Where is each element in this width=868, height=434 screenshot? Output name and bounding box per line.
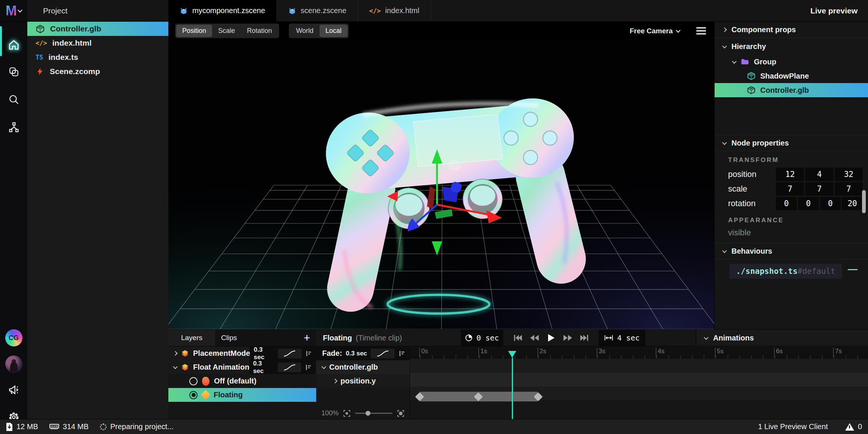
position-z-input[interactable]: 32 [835,168,863,181]
component-bolt-icon [36,67,45,76]
ease-curve-button[interactable] [278,363,301,372]
zoom-slider-thumb[interactable] [366,411,370,416]
space-mode-group: World Local [289,24,349,38]
position-property-row: position 12 4 32 [715,168,868,181]
user-avatar[interactable] [5,355,22,373]
project-status-message: Preparing project... [100,422,174,431]
scale-y-input[interactable]: 7 [805,182,833,196]
zoom-fit-icon[interactable] [343,410,351,417]
live-preview-button[interactable]: Live preview [800,0,868,21]
current-time-display[interactable]: 0 sec [461,330,503,346]
clip-radio-off[interactable] [189,377,198,385]
rotation-x-input[interactable]: 0 [776,197,797,210]
chevron-down-icon [676,28,681,33]
add-clip-button[interactable]: + [303,332,310,343]
node-properties-header[interactable]: Node properties [715,135,868,151]
rotation-z-input[interactable]: 0 [820,197,841,210]
camera-select-dropdown[interactable]: Free Camera [630,27,680,35]
clip-duration-display[interactable]: 4 sec [599,330,645,346]
appearance-section-label: APPEARANCE [715,211,868,228]
tree-row-shadowplane[interactable]: ShadowPlane [715,69,868,83]
play-button[interactable] [547,334,555,342]
playhead-line[interactable] [512,358,513,419]
off-clip-icon [202,377,210,386]
workspace-avatar[interactable]: CG [5,329,22,346]
timeline-tracks[interactable]: 0s 1s 2s 3s 4s 5s 6s 7s [410,346,868,419]
node-graph-button[interactable] [6,119,22,135]
remove-behaviour-button[interactable]: — [848,263,858,275]
fast-forward-button[interactable] [563,334,572,342]
home-button[interactable] [6,37,22,53]
folder-icon [740,57,749,66]
skip-start-button[interactable] [514,334,522,342]
clip-radio-floating[interactable] [189,391,198,399]
typescript-file-icon: TS [36,54,43,61]
rotation-y-input[interactable]: 0 [798,197,819,210]
scene-canvas[interactable] [168,40,714,329]
scale-z-input[interactable]: 7 [835,182,863,196]
ease-curve-button[interactable] [278,349,301,358]
file-row-controller-glb[interactable]: Controller.glb [27,22,168,36]
chevron-right-icon [173,351,178,356]
inspector-scrollbar[interactable] [862,190,866,213]
align-keys-button[interactable] [398,350,406,357]
tree-row-group[interactable]: Group [715,55,868,69]
file-row-scene-zcomp[interactable]: Scene.zcomp [27,64,168,79]
timeline-zoom-slider[interactable] [355,413,392,414]
rotation-mode-button[interactable]: Rotation [241,25,278,37]
playhead-handle[interactable] [508,351,516,358]
position-mode-button[interactable]: Position [176,25,212,37]
project-panel-title: Project [27,0,168,21]
announcements-button[interactable] [6,382,22,398]
timeline-ruler[interactable]: 0s 1s 2s 3s 4s 5s 6s 7s [410,346,868,359]
file-row-index-ts[interactable]: TS index.ts [27,50,168,64]
behaviour-script-chip[interactable]: ./snapshot.ts#default [730,264,842,279]
position-y-input[interactable]: 4 [805,168,833,181]
animations-header[interactable]: Animations [696,330,868,346]
file-row-index-html[interactable]: </> index.html [27,36,168,50]
chevron-right-icon [722,27,727,32]
clips-tab[interactable]: Clips + [215,330,316,346]
bundle-size-status: 12 MB [6,422,38,431]
app-logo[interactable]: M [0,0,27,21]
hierarchy-tree-icon [8,121,20,133]
megaphone-icon [7,383,20,396]
component-props-header[interactable]: Component props [715,22,868,38]
search-button[interactable] [6,91,22,108]
transform-section-label: TRANSFORM [715,151,868,168]
world-space-button[interactable]: World [290,25,320,37]
skip-end-button[interactable] [580,334,589,342]
align-keys-button[interactable] [305,364,312,371]
clip-row-off-default[interactable]: Off (default) [168,374,316,388]
zoom-max-icon[interactable] [397,410,404,417]
tab-mycomponent-zscene[interactable]: mycomponent.zscene [168,0,277,21]
timeline-zoom-controls: 100% [316,409,410,417]
tab-index-html[interactable]: </> index.html [358,0,431,21]
viewport-menu-button[interactable] [695,25,707,37]
chevron-right-icon [333,379,337,383]
clip-row-floating[interactable]: Floating [168,388,316,402]
rewind-button[interactable] [530,334,539,342]
layers-tab[interactable]: Layers [168,330,215,346]
tree-row-controller-glb[interactable]: Controller.glb [715,83,868,97]
ease-curve-button[interactable] [371,349,395,358]
scale-mode-button[interactable]: Scale [212,25,241,37]
error-counter[interactable]: 0 [845,422,862,431]
layer-row-float-animation[interactable]: Float Animation 0.3 sec [168,360,316,374]
behaviours-header[interactable]: Behaviours [715,243,868,259]
position-x-input[interactable]: 12 [776,168,804,181]
layer-row-placementmode[interactable]: PlacementMode 0.3 sec [168,346,316,360]
tab-scene-zscene[interactable]: scene.zscene [277,0,358,21]
track-property-row[interactable]: position.y [316,374,410,388]
track-object-row[interactable]: Controller.glb [316,360,410,374]
duplicate-button[interactable] [6,64,22,80]
rotation-w-input[interactable]: 20 [842,197,863,210]
visible-property-label[interactable]: visible [715,228,868,238]
scale-x-input[interactable]: 7 [776,182,804,196]
align-keys-button[interactable] [305,350,312,357]
live-preview-clients[interactable]: 1 Live Preview Client [758,422,828,431]
clip-properties: Fade: 0.3 sec Controller.glb position.y … [316,346,410,419]
local-space-button[interactable]: Local [320,25,348,37]
hierarchy-header[interactable]: Hierarchy [715,38,868,55]
top-bar: M Project mycomponent.zscene scene.zscen… [0,0,868,22]
